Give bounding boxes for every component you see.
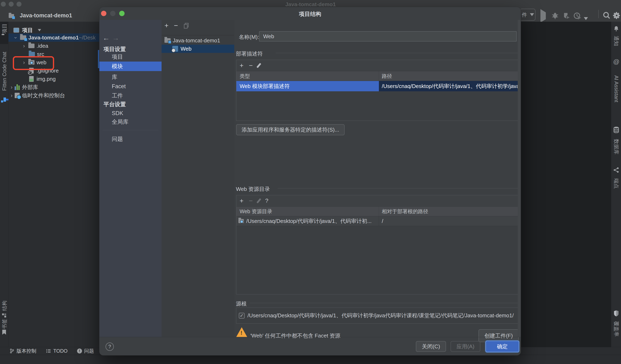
run-with-coverage-icon[interactable] bbox=[573, 12, 582, 20]
project-name-header[interactable]: Java-tomcat-demo1 bbox=[9, 12, 72, 19]
structure-icon bbox=[1, 313, 7, 318]
remove-descriptor-icon[interactable]: − bbox=[249, 62, 253, 69]
back-arrow-icon[interactable]: ← bbox=[103, 34, 110, 42]
edit-descriptor-icon[interactable] bbox=[257, 63, 261, 68]
web-res-row-dir: /Users/cnaq/Desktop/代码审计/java/1、代码审计初... bbox=[246, 218, 372, 225]
debug-bug-icon[interactable] bbox=[551, 12, 559, 19]
deployment-row-path: /Users/cnaq/Desktop/代码审计/java/1、代码审计初学/j… bbox=[379, 81, 520, 91]
add-app-server-descriptor-button[interactable]: 添加应用程序和服务器特定的描述符(S)... bbox=[236, 124, 345, 135]
copy-module-icon[interactable] bbox=[183, 22, 189, 29]
bell-icon[interactable] bbox=[613, 25, 619, 32]
sidebar-item-artifacts[interactable]: 工件 bbox=[99, 91, 162, 100]
stripe-label-project[interactable]: 项目 bbox=[1, 23, 8, 34]
stripe-label-fitten-code-chat[interactable]: Fitten Code Chat bbox=[1, 52, 7, 91]
add-web-res-icon[interactable]: + bbox=[240, 197, 243, 205]
module-name-input[interactable]: Web bbox=[259, 31, 517, 41]
web-res-table-panel: + − ? Web 资源目录 相对于部署根的路径 /Users/cnaq/Des… bbox=[236, 195, 520, 295]
ok-button[interactable]: 确定 bbox=[485, 341, 519, 352]
run-configuration-combo[interactable]: 件 bbox=[520, 9, 535, 21]
dialog-sidebar: ← → 项目设置 项目 模块 库 Facet 工件 平台设置 SDK 全局库 问… bbox=[99, 20, 162, 337]
stripe-label-ai-assistant[interactable]: AI Assistant bbox=[613, 75, 619, 103]
tree-row-scratches[interactable]: › 临时文件和控制台 bbox=[8, 91, 99, 100]
web-res-section-title: Web 资源目录 bbox=[236, 186, 270, 193]
gear-icon[interactable] bbox=[612, 11, 621, 20]
stripe-label-bookmarks[interactable]: 书签 bbox=[1, 319, 8, 329]
web-res-table-header: Web 资源目录 相对于部署根的路径 bbox=[236, 206, 520, 216]
web-res-table-row[interactable]: /Users/cnaq/Desktop/代码审计/java/1、代码审计初...… bbox=[236, 216, 520, 226]
run-icon[interactable] bbox=[540, 12, 546, 19]
deployment-table-panel: + − 类型 路径 Web 模块部署描述符 /Users/cnaq/Deskto… bbox=[236, 60, 520, 121]
problems-button[interactable]: ! 问题 bbox=[77, 348, 94, 354]
project-tool-window: 项目 › Java-tomcat-demo1 ~/Desk › .idea sr… bbox=[8, 22, 99, 347]
add-module-icon[interactable]: + bbox=[164, 21, 169, 30]
help-web-res-icon[interactable]: ? bbox=[265, 197, 268, 204]
project-folder-icon bbox=[2, 35, 4, 39]
bookmark-icon bbox=[2, 329, 7, 335]
problems-icon: ! bbox=[77, 348, 82, 353]
tree-row-external-libraries[interactable]: › 外部库 bbox=[8, 83, 99, 91]
sidebar-item-problems[interactable]: 问题 bbox=[99, 134, 162, 144]
edit-web-res-icon[interactable] bbox=[257, 198, 261, 203]
deployment-row-type: Web 模块部署描述符 bbox=[236, 81, 379, 91]
todo-list-icon bbox=[46, 348, 51, 354]
search-icon[interactable] bbox=[603, 11, 611, 20]
fitten-code-logo-icon[interactable] bbox=[1, 98, 8, 104]
source-root-row[interactable]: ✓ /Users/cnaq/Desktop/代码审计/java/1、代码审计初学… bbox=[236, 308, 520, 324]
toolbar-divider bbox=[598, 10, 599, 18]
deployment-table-row[interactable]: Web 模块部署描述符 /Users/cnaq/Desktop/代码审计/jav… bbox=[236, 81, 520, 91]
modules-tree-root-row[interactable]: Java-tomcat-demo1 bbox=[162, 36, 234, 45]
source-roots-section-title: 源根 bbox=[236, 300, 247, 307]
remove-module-icon[interactable]: − bbox=[174, 21, 178, 30]
deployment-table-header: 类型 路径 bbox=[236, 71, 520, 81]
dialog-help-button[interactable]: ? bbox=[105, 343, 114, 351]
create-artifact-button[interactable]: 创建工件(F) bbox=[479, 329, 519, 342]
sidebar-item-modules[interactable]: 模块 bbox=[99, 62, 162, 71]
modules-tree-web-row[interactable]: Web bbox=[162, 45, 234, 53]
web-res-toolbar: + − ? bbox=[236, 195, 520, 206]
stripe-label-notifications[interactable]: 通知 bbox=[613, 36, 620, 46]
remove-web-res-icon[interactable]: − bbox=[249, 197, 253, 205]
tree-row-project-root[interactable]: › Java-tomcat-demo1 ~/Desk bbox=[8, 34, 99, 42]
module-settings-content: 名称(M): Web 部署描述符 + − 类型 路径 Web 模块部署描述符 /… bbox=[234, 20, 521, 337]
tree-row-img-png[interactable]: img.png bbox=[8, 75, 99, 83]
stripe-label-coverage[interactable]: 覆盖率 bbox=[613, 321, 620, 337]
add-descriptor-icon[interactable]: + bbox=[240, 62, 243, 69]
sidebar-group-platform-settings: 平台设置 bbox=[99, 100, 162, 109]
deployment-toolbar: + − bbox=[236, 60, 520, 71]
scratches-icon bbox=[15, 93, 20, 98]
close-button[interactable]: 关闭(C) bbox=[416, 341, 446, 352]
source-roots-section-line bbox=[250, 303, 520, 303]
tree-row-idea[interactable]: › .idea bbox=[8, 42, 99, 50]
coverage-shield-icon[interactable] bbox=[613, 310, 619, 317]
git-branch-icon bbox=[10, 348, 15, 354]
external-libraries-icon bbox=[15, 84, 20, 90]
sidebar-item-libraries[interactable]: 库 bbox=[99, 72, 162, 82]
chevron-down-icon[interactable] bbox=[584, 15, 588, 21]
sidebar-item-facets[interactable]: Facet bbox=[99, 82, 162, 91]
sidebar-item-global-libraries[interactable]: 全局库 bbox=[99, 117, 162, 127]
profiler-icon[interactable] bbox=[562, 12, 570, 20]
stripe-label-structure[interactable]: 结构 bbox=[1, 301, 8, 311]
warning-icon bbox=[236, 327, 247, 337]
sidebar-item-project[interactable]: 项目 bbox=[99, 52, 162, 62]
project-structure-dialog: 项目结构 ← → 项目设置 项目 模块 库 Facet 工件 平台设置 SDK … bbox=[99, 7, 521, 356]
content-scrollbar-track[interactable] bbox=[518, 20, 521, 337]
deployment-section-title: 部署描述符 bbox=[236, 50, 263, 57]
sidebar-item-sdk[interactable]: SDK bbox=[99, 108, 162, 118]
stripe-label-endpoints[interactable]: 端点 bbox=[613, 178, 620, 189]
apply-button[interactable]: 应用(A) bbox=[450, 341, 480, 352]
forward-arrow-icon[interactable]: → bbox=[112, 34, 119, 42]
endpoints-icon[interactable] bbox=[613, 167, 619, 173]
project-view-dropdown-icon[interactable] bbox=[38, 29, 41, 31]
dialog-footer-divider bbox=[99, 337, 521, 337]
database-icon[interactable] bbox=[613, 126, 619, 133]
todo-button[interactable]: TODO bbox=[46, 348, 68, 354]
at-sign-icon[interactable]: @ bbox=[613, 58, 619, 65]
status-bar bbox=[0, 355, 621, 364]
project-view-label: 项目 bbox=[22, 27, 33, 34]
web-res-row-rel: / bbox=[379, 216, 520, 226]
name-label: 名称(M): bbox=[239, 34, 259, 41]
vcs-button[interactable]: 版本控制 bbox=[10, 348, 36, 354]
stripe-label-database[interactable]: 数据库 bbox=[613, 139, 620, 155]
source-root-checkbox[interactable]: ✓ bbox=[239, 313, 245, 319]
